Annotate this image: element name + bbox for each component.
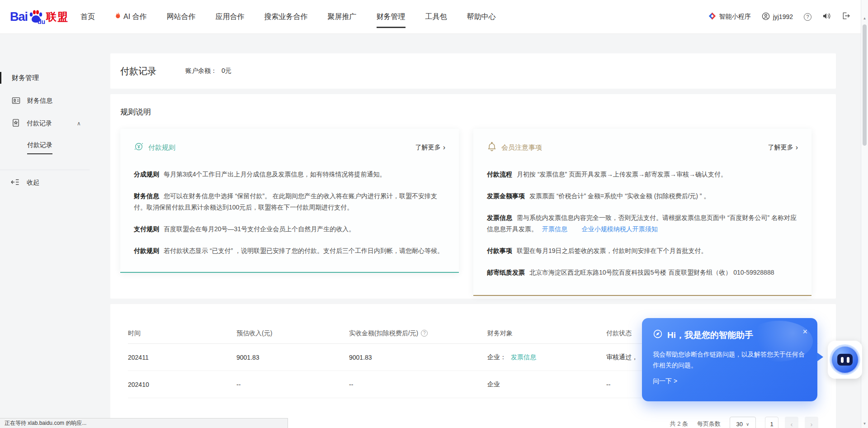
- payment-rules-header: 付款规则 了解更多 ›: [134, 142, 445, 153]
- assistant-title: Hi，我是您的智能助手: [667, 329, 753, 341]
- sidebar-collapse-button[interactable]: 收起: [11, 177, 39, 189]
- next-page-button[interactable]: ›: [805, 417, 818, 428]
- rule-cards-row: 付款规则 了解更多 › 分成规则每月第3或4个工作日产出上月分成信息及发票信息，…: [120, 129, 826, 296]
- rules-card: 规则说明 付款规则: [110, 94, 836, 299]
- balance-value: 0元: [222, 67, 231, 75]
- scrollbar-thumb[interactable]: [863, 24, 867, 146]
- nav-item-toolkit[interactable]: 工具包: [425, 0, 447, 33]
- rule-item: 付款规则若付款状态显示 “已支付” ，说明联盟已安排了您的付款。支付后三个工作日…: [134, 245, 445, 257]
- baidu-union-logo[interactable]: Bai du 联盟: [10, 10, 69, 24]
- flame-icon: [115, 12, 121, 22]
- nav-item-home[interactable]: 首页: [80, 0, 95, 33]
- member-notes-body: 付款流程月初按 “发票信息” 页面开具发票→上传发票→邮寄发票→审核→确认支付。…: [487, 169, 798, 278]
- logo-union-text: 联盟: [46, 10, 69, 24]
- nav-item-ai[interactable]: AI 合作: [115, 0, 147, 33]
- logout-icon[interactable]: [842, 12, 850, 22]
- invoice-info-link[interactable]: 开票信息: [542, 225, 567, 233]
- sidebar-subitem-payment-record[interactable]: 付款记录: [27, 141, 52, 154]
- total-count: 共 2 条: [670, 420, 688, 428]
- page-title: 付款记录: [120, 65, 156, 77]
- user-account[interactable]: jyj1992: [762, 12, 793, 22]
- sidebar-divider: [0, 170, 90, 170]
- compass-icon: [653, 329, 663, 341]
- sidebar-item-payment-record[interactable]: 付款记录 ∧: [12, 118, 100, 129]
- logo-bai-text: Bai: [10, 10, 28, 24]
- pagination: 共 2 条 每页条数 30 ∨ 1 ‹ ›: [670, 417, 818, 428]
- chevron-down-icon: ∨: [746, 422, 749, 427]
- collapse-icon: [11, 179, 19, 187]
- sidebar: 财务管理 财务信息 付款记录 ∧ 付款记录: [0, 34, 110, 428]
- small-taxpayer-guide-link[interactable]: 企业小规模纳税人开票须知: [582, 225, 658, 233]
- browser-status-bar: 正在等待 xlab.baidu.com 的响应...: [0, 418, 288, 428]
- bell-icon: [487, 142, 497, 153]
- prev-page-button[interactable]: ‹: [785, 417, 798, 428]
- payment-rules-body: 分成规则每月第3或4个工作日产出上月分成信息及发票信息，如有特殊情况将提前通知。…: [134, 169, 445, 257]
- scroll-down-arrow[interactable]: ▼: [861, 422, 868, 426]
- sidebar-active-indicator: [0, 72, 1, 84]
- nav-item-app[interactable]: 应用合作: [216, 0, 245, 33]
- rule-item: 发票信息需与系统内发票信息内容完全一致，否则无法支付。请根据发票信息页面中 “百…: [487, 212, 798, 235]
- sidebar-section-title: 财务管理: [0, 71, 110, 84]
- nav-item-search-biz[interactable]: 搜索业务合作: [264, 0, 308, 33]
- cell-actual: 9001.83: [349, 354, 487, 361]
- rule-item: 发票金额事项发票票面 “价税合计” 金额=系统中 “实收金额 (扣除税费后/元)…: [487, 190, 798, 202]
- col-finance-target: 财务对象: [487, 329, 606, 338]
- question-circle-icon[interactable]: ?: [421, 330, 428, 337]
- payment-rules-title: 付款规则: [148, 143, 175, 152]
- invoice-info-table-link[interactable]: 发票信息: [511, 353, 536, 361]
- payment-record-header-card: 付款记录 账户余额： 0元: [110, 53, 836, 89]
- page-number-button[interactable]: 1: [765, 417, 778, 428]
- assistant-fab-backdrop: [828, 341, 862, 379]
- status-text: 正在等待 xlab.baidu.com 的响应...: [5, 419, 86, 427]
- per-page-label: 每页条数: [697, 420, 721, 428]
- nav-item-website[interactable]: 网站合作: [167, 0, 196, 33]
- scroll-up-arrow[interactable]: ▲: [861, 16, 868, 20]
- payment-rules-more-link[interactable]: 了解更多 ›: [415, 143, 445, 152]
- rules-section-title: 规则说明: [120, 107, 826, 117]
- rule-item: 财务信息您可以在财务信息中选择 “保留付款”。 在此期间您产生的收入将在账户内进…: [134, 190, 445, 213]
- chevron-up-icon[interactable]: ∧: [77, 120, 81, 127]
- miniapp-entry[interactable]: 智能小程序: [708, 12, 751, 21]
- cell-target: 企业： 发票信息: [487, 353, 606, 361]
- navbar-right: 智能小程序 jyj1992 ?: [708, 12, 850, 22]
- id-card-icon: [12, 96, 20, 106]
- user-icon: [762, 12, 770, 22]
- per-page-select[interactable]: 30 ∨: [730, 417, 756, 428]
- member-notes-card: 会员注意事项 了解更多 › 付款流程月初按 “发票信息” 页面开具发票→上传发票…: [473, 129, 811, 296]
- rule-item: 邮寄纸质发票北京市海淀区西北旺东路10号院百度科技园5号楼 百度联盟财务组（收）…: [487, 267, 798, 278]
- cell-actual: --: [349, 381, 487, 388]
- sound-icon[interactable]: [822, 12, 831, 22]
- cell-target: 企业: [487, 380, 606, 389]
- col-time: 时间: [128, 329, 236, 338]
- cell-time: 202410: [128, 381, 236, 388]
- rule-item: 付款流程月初按 “发票信息” 页面开具发票→上传发票→邮寄发票→审核→确认支付。: [487, 169, 798, 180]
- rule-item: 支付规则百度联盟会在每月20号—31号支付企业会员上个自然月产生的收入。: [134, 224, 445, 235]
- baidu-paw-icon: du: [28, 10, 43, 24]
- record-badge-icon: [12, 119, 20, 128]
- sidebar-item-finance-info[interactable]: 财务信息: [12, 95, 100, 107]
- nav-item-finance[interactable]: 财务管理: [377, 0, 406, 33]
- member-notes-header: 会员注意事项 了解更多 ›: [487, 142, 798, 153]
- miniapp-diamond-icon: [708, 12, 716, 21]
- chevron-right-icon: ›: [796, 143, 798, 152]
- member-notes-more-link[interactable]: 了解更多 ›: [768, 143, 798, 152]
- balance-label: 账户余额：: [185, 67, 217, 75]
- nav-item-help-center[interactable]: 帮助中心: [467, 0, 496, 33]
- nav-item-screen-promo[interactable]: 聚屏推广: [328, 0, 357, 33]
- payment-rules-card: 付款规则 了解更多 › 分成规则每月第3或4个工作日产出上月分成信息及发票信息，…: [120, 129, 459, 273]
- robot-face-icon: [837, 354, 853, 366]
- help-icon[interactable]: ?: [804, 13, 811, 21]
- assistant-fab-button[interactable]: [831, 346, 859, 374]
- chevron-right-icon: ›: [443, 143, 445, 152]
- member-notes-title: 会员注意事项: [501, 143, 542, 152]
- close-icon[interactable]: ×: [802, 327, 807, 337]
- baidu-union-finance-page: Bai du 联盟 首页 AI 合作 网站合作: [0, 0, 868, 428]
- ask-now-link[interactable]: 问一下 >: [653, 377, 677, 385]
- assistant-popup: Hi，我是您的智能助手 × 我会帮助您诊断合作链路问题，以及解答您关于任何合作相…: [642, 318, 817, 401]
- top-navbar: Bai du 联盟 首页 AI 合作 网站合作: [0, 0, 868, 34]
- logo-du-text: du: [38, 18, 45, 25]
- rule-item: 分成规则每月第3或4个工作日产出上月分成信息及发票信息，如有特殊情况将提前通知。: [134, 169, 445, 180]
- active-nav-underline: [377, 27, 406, 28]
- cell-estimated: --: [236, 381, 349, 388]
- cell-time: 202411: [128, 354, 236, 361]
